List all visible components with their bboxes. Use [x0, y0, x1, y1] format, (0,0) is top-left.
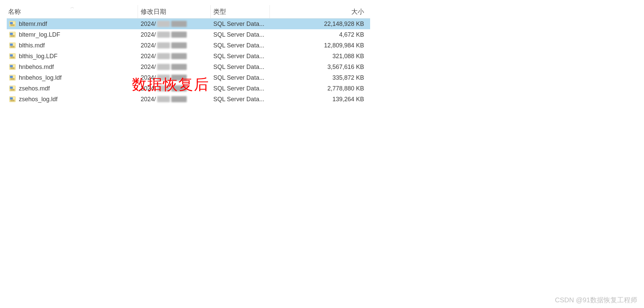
column-type-label: 类型 [213, 7, 226, 16]
file-date-prefix: 2024/ [141, 53, 156, 60]
database-file-icon [9, 74, 16, 81]
svg-rect-22 [10, 78, 15, 79]
database-file-icon [9, 95, 16, 103]
file-name: blthis_log.LDF [19, 53, 58, 60]
file-name: hnbehos.mdf [19, 64, 54, 71]
file-row[interactable]: hnbehos.mdf 2024/ SQL Server Data... 3,5… [7, 62, 370, 72]
file-name: bltemr_log.LDF [19, 31, 60, 38]
svg-rect-7 [10, 36, 15, 37]
file-name: zsehos.mdf [19, 85, 50, 92]
overlay-annotation: 数据恢复后 [132, 75, 209, 94]
redacted-block [171, 21, 187, 27]
redacted-block [157, 21, 170, 27]
redacted-block [157, 64, 170, 70]
svg-rect-26 [10, 89, 15, 89]
svg-rect-11 [10, 47, 15, 47]
svg-rect-29 [10, 98, 13, 100]
svg-rect-10 [10, 46, 15, 46]
file-name: blthis.mdf [19, 42, 45, 49]
column-header-size[interactable]: 大小 [270, 5, 367, 18]
file-type: SQL Server Data... [211, 96, 270, 103]
column-header-date[interactable]: 修改日期 [138, 5, 211, 18]
file-size: 2,778,880 KB [270, 85, 367, 92]
file-type: SQL Server Data... [211, 31, 270, 38]
redacted-block [171, 32, 187, 38]
file-size: 3,567,616 KB [270, 64, 367, 71]
svg-rect-17 [10, 65, 13, 67]
redacted-block [157, 53, 170, 59]
file-row[interactable]: blthis_log.LDF 2024/ SQL Server Data... … [7, 51, 370, 62]
column-date-label: 修改日期 [141, 7, 166, 16]
file-row[interactable]: blthis.mdf 2024/ SQL Server Data... 12,8… [7, 40, 370, 51]
database-file-icon [9, 85, 16, 92]
file-row[interactable]: zsehos_log.ldf 2024/ SQL Server Data... … [7, 94, 370, 105]
file-size: 22,148,928 KB [270, 21, 367, 28]
file-name: zsehos_log.ldf [19, 96, 58, 103]
redacted-block [157, 96, 170, 102]
redacted-block [157, 42, 170, 48]
file-type: SQL Server Data... [211, 64, 270, 71]
redacted-block [171, 53, 187, 59]
svg-rect-23 [10, 79, 15, 80]
svg-rect-9 [10, 44, 13, 46]
redacted-block [171, 96, 187, 102]
column-header-row: 名称 ︿ 修改日期 类型 大小 [7, 5, 370, 18]
file-date-prefix: 2024/ [141, 31, 156, 38]
svg-rect-18 [10, 68, 15, 68]
file-type: SQL Server Data... [211, 21, 270, 28]
svg-rect-6 [10, 35, 15, 36]
column-size-label: 大小 [351, 7, 364, 16]
database-file-icon [9, 20, 16, 28]
file-size: 4,672 KB [270, 31, 367, 38]
database-file-icon [9, 52, 16, 60]
column-name-label: 名称 [8, 7, 21, 16]
file-type: SQL Server Data... [211, 42, 270, 49]
database-file-icon [9, 31, 16, 38]
file-name: hnbehos_log.ldf [19, 74, 62, 81]
svg-rect-5 [10, 33, 13, 35]
database-file-icon [9, 42, 16, 49]
file-size: 139,264 KB [270, 96, 367, 103]
file-date-prefix: 2024/ [141, 21, 156, 28]
svg-rect-21 [10, 76, 13, 78]
file-row[interactable]: bltemr_log.LDF 2024/ SQL Server Data... … [7, 29, 370, 40]
svg-rect-19 [10, 69, 15, 69]
redacted-block [171, 64, 187, 70]
file-type: SQL Server Data... [211, 85, 270, 92]
file-date-prefix: 2024/ [141, 64, 156, 71]
file-row[interactable]: bltemr.mdf 2024/ SQL Server Data... 22,1… [7, 18, 370, 29]
svg-rect-15 [10, 58, 15, 58]
file-size: 335,872 KB [270, 74, 367, 81]
file-name: bltemr.mdf [19, 21, 47, 28]
svg-rect-27 [10, 90, 15, 90]
file-type: SQL Server Data... [211, 74, 270, 81]
svg-rect-14 [10, 57, 15, 57]
file-date-prefix: 2024/ [141, 42, 156, 49]
svg-rect-30 [10, 100, 15, 100]
file-size: 321,088 KB [270, 53, 367, 60]
svg-rect-13 [10, 54, 13, 56]
svg-rect-31 [10, 101, 15, 101]
redacted-block [171, 42, 187, 48]
svg-rect-3 [10, 26, 15, 26]
svg-rect-1 [10, 22, 13, 24]
file-type: SQL Server Data... [211, 53, 270, 60]
redacted-block [157, 32, 170, 38]
file-date-prefix: 2024/ [141, 96, 156, 103]
column-header-type[interactable]: 类型 [211, 5, 270, 18]
database-file-icon [9, 63, 16, 71]
sort-ascending-icon: ︿ [70, 4, 74, 10]
svg-rect-25 [10, 87, 13, 89]
svg-rect-2 [10, 25, 15, 25]
column-header-name[interactable]: 名称 ︿ [7, 5, 138, 18]
file-size: 12,809,984 KB [270, 42, 367, 49]
